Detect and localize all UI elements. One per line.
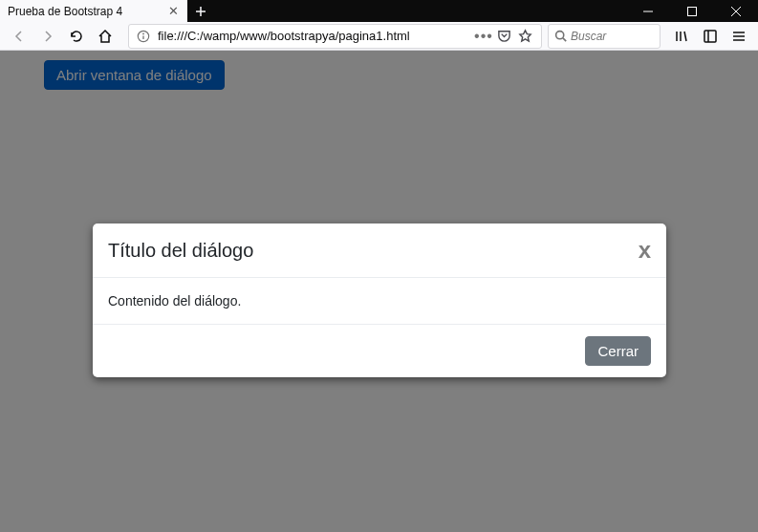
search-bar[interactable] <box>548 24 661 49</box>
modal-close-x-button[interactable]: x <box>639 239 651 262</box>
svg-point-7 <box>142 32 144 34</box>
titlebar: Prueba de Bootstrap 4 ✕ <box>0 0 758 22</box>
back-button[interactable] <box>6 24 32 49</box>
page-viewport: Abrir ventana de diálogo Título del diál… <box>0 51 758 532</box>
modal-body: Contenido del diálogo. <box>93 278 666 324</box>
sidebar-icon[interactable] <box>697 24 724 49</box>
svg-line-13 <box>684 32 686 41</box>
page-actions-icon[interactable]: ••• <box>474 28 493 45</box>
close-window-button[interactable] <box>714 0 758 22</box>
bookmark-star-icon[interactable] <box>514 29 535 43</box>
site-info-icon[interactable] <box>135 28 152 45</box>
tab-strip: Prueba de Bootstrap 4 ✕ <box>0 0 626 22</box>
modal-title: Título del diálogo <box>108 240 253 262</box>
svg-point-9 <box>556 32 564 39</box>
modal-close-button[interactable]: Cerrar <box>585 336 651 366</box>
library-icon[interactable] <box>668 24 695 49</box>
reload-button[interactable] <box>63 24 90 49</box>
hamburger-menu-icon[interactable] <box>726 24 752 49</box>
search-input[interactable] <box>571 30 654 43</box>
pocket-icon[interactable] <box>493 29 514 43</box>
new-tab-button[interactable] <box>187 0 214 22</box>
svg-rect-3 <box>688 7 697 15</box>
home-button[interactable] <box>92 24 119 49</box>
modal-footer: Cerrar <box>93 324 666 377</box>
modal-dialog: Título del diálogo x Contenido del diálo… <box>93 223 666 377</box>
svg-line-10 <box>563 38 566 41</box>
url-input[interactable] <box>158 29 474 43</box>
browser-tab[interactable]: Prueba de Bootstrap 4 ✕ <box>0 0 187 22</box>
toolbar: ••• <box>0 22 758 51</box>
forward-button[interactable] <box>34 24 61 49</box>
close-tab-icon[interactable]: ✕ <box>166 5 180 18</box>
url-bar[interactable]: ••• <box>128 24 542 49</box>
maximize-button[interactable] <box>670 0 714 22</box>
modal-header: Título del diálogo x <box>93 223 666 278</box>
window-controls <box>626 0 758 22</box>
tab-title: Prueba de Bootstrap 4 <box>8 5 166 18</box>
minimize-button[interactable] <box>626 0 670 22</box>
svg-rect-14 <box>704 31 716 42</box>
